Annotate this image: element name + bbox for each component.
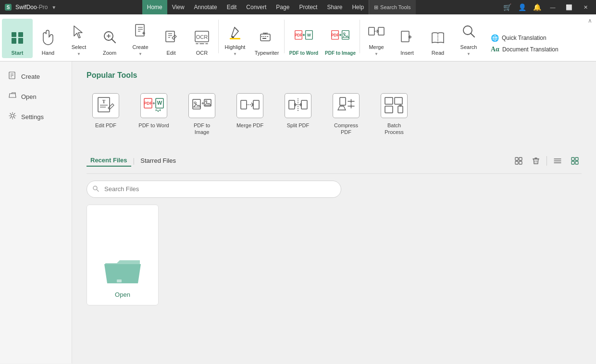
ribbon-highlight-button[interactable]: Highlight ▼ (220, 19, 250, 58)
ribbon-typewriter-button[interactable]: Typewriter (250, 19, 283, 58)
ribbon-ocr-button[interactable]: OCR OCR (186, 19, 217, 58)
tool-batch-process[interactable]: Batch Process (375, 89, 413, 140)
ribbon-edit-label: Edit (167, 50, 176, 56)
svg-rect-17 (263, 36, 264, 37)
menu-annotate[interactable]: Annotate (189, 0, 222, 14)
svg-rect-2 (12, 38, 16, 44)
search-arrow-icon: ▼ (467, 52, 471, 56)
ribbon-quick-translation-button[interactable]: 🌐 Quick Translation (489, 33, 560, 43)
ribbon-select-label: Select (72, 44, 87, 50)
pdf-to-word-tool-label: PDF to Word (138, 122, 169, 129)
ribbon-read-label: Read (432, 50, 444, 56)
ribbon-merge-button[interactable]: Merge ▼ (361, 19, 392, 58)
cart-icon[interactable]: 🛒 (501, 3, 513, 11)
menu-help[interactable]: Help (347, 0, 369, 14)
tool-pdf-to-word[interactable]: PDF W PDF to Word (135, 89, 173, 140)
svg-rect-62 (575, 158, 578, 160)
tool-merge-pdf[interactable]: Merge PDF (231, 89, 269, 140)
files-tab-divider: | (133, 157, 135, 165)
ribbon-sep-2 (284, 20, 285, 53)
titlebar-left: S SwifDoo-Pro ▼ (4, 3, 56, 12)
start-icon (8, 27, 27, 49)
svg-rect-31 (369, 27, 374, 35)
minimize-button[interactable]: — (546, 2, 559, 12)
ribbon-typewriter-label: Typewriter (255, 50, 279, 56)
menu-home[interactable]: Home (142, 0, 167, 14)
ribbon-collapse-button[interactable]: ∧ (588, 17, 592, 24)
svg-rect-67 (117, 279, 122, 282)
pdf-to-image-tool-icon (188, 93, 215, 118)
files-grid-view-button[interactable] (568, 154, 582, 168)
select-icon (69, 22, 88, 43)
menu-protect[interactable]: Protect (294, 0, 322, 14)
svg-line-35 (471, 33, 475, 37)
bell-icon[interactable]: 🔔 (531, 3, 543, 11)
ribbon-zoom-button[interactable]: Zoom (94, 19, 125, 58)
ribbon-read-button[interactable]: Read (422, 19, 453, 58)
files-actions-divider (546, 156, 547, 166)
user-icon[interactable]: 👤 (516, 3, 528, 11)
ribbon-hand-label: Hand (42, 50, 54, 56)
tab-recent-files[interactable]: Recent Files (87, 155, 131, 167)
close-button[interactable]: ✕ (579, 2, 592, 12)
sidebar-item-create[interactable]: Create (0, 67, 72, 85)
sidebar-item-settings[interactable]: Settings (0, 108, 72, 126)
ribbon-edit-button[interactable]: Edit (156, 19, 186, 58)
svg-rect-58 (519, 158, 522, 160)
tool-edit-pdf[interactable]: T Edit PDF (87, 89, 125, 140)
svg-rect-54 (395, 97, 402, 104)
ribbon-search-button[interactable]: Search ▼ (453, 19, 484, 58)
ribbon-start-button[interactable]: Start (2, 19, 33, 58)
svg-rect-44 (193, 99, 200, 109)
tool-split-pdf[interactable]: Split PDF (279, 89, 317, 140)
menu-convert[interactable]: Convert (241, 0, 271, 14)
ribbon-pdf-to-image-button[interactable]: PDF PDF to Image (322, 19, 359, 58)
open-file-area[interactable]: Open (87, 205, 159, 305)
split-pdf-tool-icon (285, 93, 311, 118)
svg-text:T: T (102, 99, 106, 104)
files-list-view-button[interactable] (551, 154, 564, 168)
menu-edit[interactable]: Edit (222, 0, 242, 14)
pdf-to-word-tool-icon: PDF W (140, 93, 167, 118)
files-delete-button[interactable] (529, 154, 543, 168)
menu-share[interactable]: Share (322, 0, 347, 14)
tool-compress-pdf[interactable]: Compress PDF (327, 89, 365, 140)
open-sidebar-icon (9, 92, 16, 101)
compress-pdf-tool-label: Compress PDF (331, 122, 361, 136)
pdf-to-image-icon: PDF (331, 28, 350, 49)
menu-view[interactable]: View (167, 0, 189, 14)
merge-pdf-tool-icon (236, 93, 263, 118)
popular-tools-title: Popular Tools (87, 71, 582, 80)
ribbon-document-translation-button[interactable]: Aα Document Translation (489, 45, 560, 54)
menu-page[interactable]: Page (271, 0, 294, 14)
merge-icon (367, 22, 386, 43)
tool-pdf-to-image[interactable]: PDF to Image (183, 89, 221, 140)
app-name: SwifDoo-Pro (15, 4, 48, 11)
ribbon-hand-button[interactable]: Hand (33, 19, 63, 58)
sidebar-item-open[interactable]: Open (0, 87, 72, 106)
svg-text:S: S (7, 5, 10, 10)
files-section: Recent Files | Starred Files (87, 154, 582, 305)
maximize-button[interactable]: ⬜ (562, 2, 576, 12)
svg-rect-29 (342, 31, 349, 39)
search-files-input[interactable] (87, 181, 341, 198)
svg-point-65 (93, 186, 97, 190)
tab-starred-files[interactable]: Starred Files (137, 155, 180, 166)
ribbon-create-button[interactable]: Create ▼ (125, 19, 156, 58)
svg-rect-33 (401, 31, 409, 42)
ribbon-sep-3 (360, 20, 360, 53)
svg-line-7 (112, 39, 115, 43)
main-area: Create Open Settings Popular Tools (0, 61, 596, 364)
search-tools-button[interactable]: ⊞ Search Tools (369, 0, 415, 14)
ribbon-search-label: Search (460, 44, 477, 50)
search-tools-icon: ⊞ (374, 4, 378, 11)
ribbon-insert-button[interactable]: Insert (392, 19, 422, 58)
ribbon-pdf-to-word-button[interactable]: PDF W PDF to Word (286, 19, 322, 58)
ribbon-select-button[interactable]: Select ▼ (63, 19, 94, 58)
files-expand-button[interactable] (512, 154, 525, 168)
svg-rect-5 (18, 38, 23, 44)
highlight-arrow-icon: ▼ (233, 52, 237, 56)
app-dropdown-arrow[interactable]: ▼ (51, 5, 56, 10)
svg-rect-16 (261, 36, 262, 37)
sidebar: Create Open Settings (0, 61, 72, 364)
